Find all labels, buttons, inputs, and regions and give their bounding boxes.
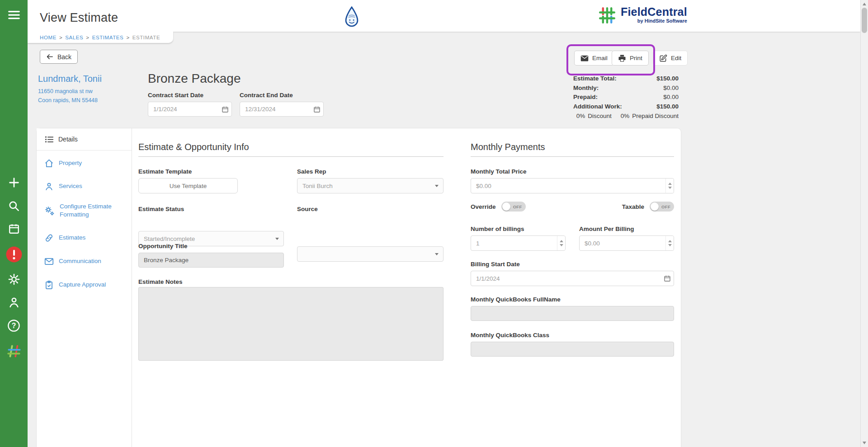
alerts-icon[interactable]	[0, 245, 28, 263]
toggle-knob	[502, 202, 510, 211]
monthly-section-title: Monthly Payments	[471, 142, 674, 157]
contract-end-label: Contract End Date	[240, 92, 324, 99]
spin-down-icon[interactable]	[560, 244, 563, 246]
sidebar-item-property[interactable]: Property	[37, 154, 132, 172]
settings-gear-icon[interactable]	[0, 271, 28, 287]
edit-label: Edit	[671, 55, 681, 61]
breadcrumb-separator: >	[126, 35, 129, 40]
edit-pencil-icon	[659, 54, 667, 62]
tab-details[interactable]: Details	[37, 128, 132, 151]
dropdown-caret-icon	[275, 238, 279, 240]
sales-rep-value: Tonii Burch	[302, 183, 333, 189]
search-icon[interactable]	[0, 198, 28, 214]
list-icon	[44, 135, 54, 144]
link-icon	[44, 233, 54, 243]
estimate-template-label: Estimate Template	[138, 168, 192, 175]
billing-start-date-input[interactable]	[471, 271, 674, 286]
amount-per-billing-input[interactable]	[579, 235, 674, 251]
spinner-control[interactable]	[665, 179, 674, 193]
sales-rep-select[interactable]: Tonii Burch	[297, 178, 443, 193]
use-template-button[interactable]: Use Template	[138, 178, 238, 193]
spin-up-icon[interactable]	[668, 240, 672, 242]
toggle-knob	[651, 202, 659, 211]
contract-start-group: Contract Start Date	[148, 92, 232, 117]
source-select[interactable]	[297, 246, 443, 262]
nav-label: Property	[59, 159, 82, 167]
nav-divider	[132, 128, 132, 447]
breadcrumb-separator: >	[59, 35, 62, 40]
account-user-icon[interactable]	[0, 294, 28, 311]
taxable-toggle[interactable]: OFF	[650, 202, 674, 212]
breadcrumb-sales[interactable]: SALES	[65, 35, 83, 40]
scrollbar-up-arrow-icon[interactable]	[863, 3, 866, 5]
clipboard-check-icon	[44, 280, 54, 290]
spin-down-icon[interactable]	[668, 244, 672, 246]
hamburger-menu-icon[interactable]	[0, 7, 28, 23]
scrollbar-down-arrow-icon[interactable]	[863, 442, 866, 444]
svg-text:?: ?	[12, 321, 16, 329]
spin-up-icon[interactable]	[560, 240, 563, 242]
water-drop-logo-icon	[343, 6, 361, 30]
monthly-quickbooks-fullname-input[interactable]	[471, 306, 674, 321]
breadcrumb-home[interactable]: HOME	[40, 35, 57, 40]
override-toggle[interactable]: OFF	[501, 202, 526, 212]
contract-start-input[interactable]	[148, 102, 232, 117]
breadcrumb-separator: >	[86, 35, 89, 40]
spin-up-icon[interactable]	[668, 183, 672, 185]
monthly-quickbooks-class-input[interactable]	[471, 342, 674, 357]
opportunity-info-section: Estimate & Opportunity Info Estimate Tem…	[138, 128, 443, 174]
spinner-control[interactable]	[665, 236, 674, 250]
discount-percent: 0%	[576, 111, 585, 121]
contract-end-input[interactable]	[240, 102, 324, 117]
vertical-scrollbar[interactable]	[860, 0, 868, 447]
sidebar-item-configure-estimate-formatting[interactable]: Configure Estimate Formatting	[37, 200, 132, 221]
sidebar-item-capture-approval[interactable]: Capture Approval	[37, 276, 132, 294]
estimate-summary: Estimate Total: $150.00 Monthly: $0.00 P…	[573, 74, 679, 121]
sidebar-item-communication[interactable]: Communication	[37, 252, 132, 270]
dropdown-caret-icon	[435, 185, 439, 187]
summary-value: $150.00	[656, 102, 679, 112]
toggle-row: Override OFF Taxable OFF	[471, 202, 674, 212]
envelope-icon	[44, 257, 54, 266]
estimate-status-value: Started/Incomplete	[144, 235, 195, 242]
print-icon	[618, 54, 626, 62]
customer-address-line2: Coon rapids, MN 55448	[38, 96, 102, 105]
estimate-notes-textarea[interactable]	[138, 287, 443, 361]
spinner-control[interactable]	[557, 236, 565, 250]
customer-name-link[interactable]: Lundmark, Tonii	[38, 74, 102, 84]
summary-label: Estimate Total:	[573, 74, 617, 84]
spin-down-icon[interactable]	[668, 187, 672, 189]
edit-button[interactable]: Edit	[653, 51, 688, 66]
monthly-total-price-input[interactable]	[471, 178, 674, 193]
sidebar-item-services[interactable]: Services	[37, 177, 132, 195]
scrollbar-thumb[interactable]	[862, 8, 867, 33]
email-button[interactable]: Email	[574, 51, 614, 66]
breadcrumb: HOME > SALES > ESTIMATES > ESTIMATE	[40, 35, 160, 40]
calendar-icon[interactable]	[222, 106, 229, 113]
discount-label: Discount	[588, 111, 612, 121]
sidebar-item-estimates[interactable]: Estimates	[37, 229, 132, 247]
brand-logo: FieldCentral by HindSite Software	[598, 6, 687, 27]
breadcrumb-current: ESTIMATE	[132, 35, 160, 40]
contract-start-label: Contract Start Date	[148, 92, 232, 99]
summary-label: Monthly:	[573, 84, 599, 93]
print-button[interactable]: Print	[612, 51, 649, 66]
number-of-billings-input[interactable]	[471, 235, 566, 251]
top-header	[28, 0, 860, 32]
help-icon[interactable]: ?	[0, 317, 28, 334]
amount-per-billing-label: Amount Per Billing	[579, 226, 634, 232]
fieldcentral-sidebar-logo-icon[interactable]	[0, 342, 28, 360]
taxable-label: Taxable	[622, 203, 644, 210]
summary-label: Additional Work:	[573, 102, 622, 112]
override-state: OFF	[513, 204, 522, 209]
calendar-icon[interactable]	[0, 221, 28, 237]
summary-row-estimate-total: Estimate Total: $150.00	[573, 74, 679, 84]
opportunity-title-label: Opportunity Title	[138, 243, 188, 249]
add-icon[interactable]	[0, 174, 28, 191]
calendar-icon[interactable]	[664, 275, 671, 282]
breadcrumb-estimates[interactable]: ESTIMATES	[92, 35, 124, 40]
back-button[interactable]: Back	[40, 50, 78, 64]
opportunity-title-input[interactable]	[138, 253, 284, 268]
nav-label: Capture Approval	[59, 281, 106, 289]
calendar-icon[interactable]	[313, 106, 321, 113]
